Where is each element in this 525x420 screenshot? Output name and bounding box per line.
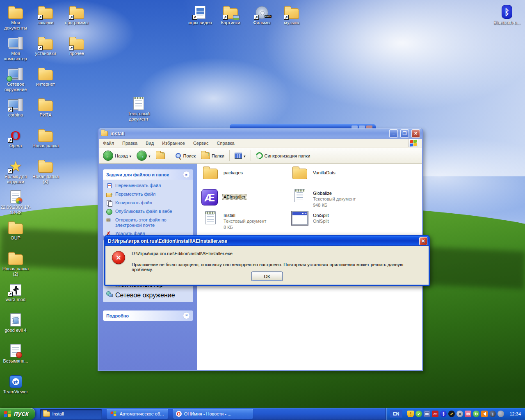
forward-button[interactable] — [135, 149, 152, 162]
file-size: 8 КБ — [224, 225, 233, 230]
bluetooth-icon — [502, 5, 512, 19]
file-vanilladats[interactable]: VanillaDats — [291, 169, 336, 179]
file-onisplit[interactable]: OniSplitOniSplit — [291, 211, 329, 225]
explorer-titlebar[interactable]: install – ❐ ✕ — [99, 128, 422, 139]
task-move-file[interactable]: Переместить файл — [106, 192, 192, 197]
maximize-button[interactable]: ❐ — [400, 129, 409, 138]
desktop-icon-media-file[interactable]: 22.09.2009 17-18-32 — [0, 188, 31, 215]
chevron-down-icon[interactable]: « — [183, 312, 190, 319]
desktop-icon-new-folder-2[interactable]: Новая папка (2) — [0, 249, 31, 276]
menu-view[interactable]: Вид — [146, 141, 154, 146]
desktop-icon-igry-video[interactable]: игры видео — [185, 3, 215, 25]
menu-edit[interactable]: Правка — [122, 141, 137, 146]
desktop-icon-ustanovki[interactable]: установки — [30, 34, 61, 56]
windows-update-icon — [110, 411, 116, 417]
desktop-icon-filmy[interactable]: Фильмы — [247, 3, 277, 25]
language-indicator[interactable]: EN — [390, 410, 402, 418]
volume-icon[interactable] — [481, 411, 488, 417]
window-title: install — [110, 131, 387, 137]
taskbar-item-auto-update[interactable]: Автоматическое об... — [107, 409, 168, 419]
desktop-icon-network-places[interactable]: Сетевое окружение — [0, 65, 31, 92]
folder-icon — [8, 224, 23, 234]
clock[interactable]: 12:34 — [509, 411, 521, 416]
desktop-icon-war3-mod[interactable]: war3 mod — [0, 280, 31, 302]
security-shield-icon[interactable]: ! — [407, 411, 414, 417]
folder-icon — [43, 411, 50, 417]
task-publish-file[interactable]: Опубликовать файл в вебе — [106, 209, 192, 215]
desktop-icon-game-shortcut[interactable]: Ярлык для игрушки — [0, 157, 31, 184]
menu-help[interactable]: Справка — [217, 141, 235, 146]
file-install[interactable]: InstallТекстовый документ8 КБ — [201, 211, 266, 230]
file-aeinstaller[interactable]: AEInstaller — [201, 189, 246, 205]
file-packages[interactable]: packages — [201, 169, 243, 179]
bluetooth-tray-icon[interactable] — [440, 411, 447, 417]
up-button[interactable] — [154, 151, 167, 160]
shortcut-arrow-icon — [69, 15, 74, 20]
minimize-button[interactable]: – — [389, 129, 398, 138]
desktop-icon-label: Новая папка — [30, 143, 61, 148]
toolbar-separator — [229, 150, 230, 161]
desktop-icon-label: Новая папка (3) — [30, 174, 61, 184]
taskbar: пуск install Автоматическое об... OОНИми… — [0, 408, 525, 420]
details-header[interactable]: Подробно« — [103, 310, 193, 321]
copy-icon — [106, 200, 113, 206]
desktop-icon-new-folder-3[interactable]: Новая папка (3) — [30, 157, 61, 184]
desktop-icon-bezymyann[interactable]: Безымянн... — [0, 342, 31, 364]
task-copy-file[interactable]: Копировать файл — [106, 200, 192, 206]
display-settings-icon[interactable] — [424, 411, 430, 417]
dialog-titlebar[interactable]: D:\Игры\игра oni.rus\Edition\install\AEI… — [105, 236, 429, 246]
messenger-icon[interactable] — [489, 411, 496, 417]
desktop-icon-internet[interactable]: интернет — [30, 65, 61, 87]
power-icon[interactable] — [448, 411, 455, 417]
file-tasks-header[interactable]: Задачи для файлов и папок« — [103, 169, 193, 180]
desktop-icon-programmy[interactable]: программы — [62, 3, 92, 25]
desktop-icon-rita[interactable]: РИТА — [30, 96, 61, 118]
file-type: OniSplit — [313, 219, 329, 224]
desktop-icon-muzyka[interactable]: музыка — [276, 3, 307, 25]
desktop-icon-my-documents[interactable]: Мои документы — [0, 3, 31, 30]
place-network[interactable]: Сетевое окружение — [106, 291, 192, 299]
notepad-document-icon — [294, 189, 305, 202]
desktop-icon-teamviewer[interactable]: TeamViewer — [0, 372, 31, 395]
sync-button[interactable]: Синхронизация папки — [254, 151, 312, 160]
menu-tools[interactable]: Сервис — [193, 141, 209, 146]
desktop-icon-kartinki[interactable]: Картинки — [215, 3, 246, 25]
menu-file[interactable]: Файл — [103, 141, 114, 146]
desktop-icon-text-document[interactable]: Текстовый документ — [123, 94, 154, 121]
task-email-file[interactable]: Отправить этот файл по электронной почте — [106, 217, 192, 228]
desktop-icon-corbina[interactable]: corbina — [0, 96, 31, 118]
desktop-icon-zakachki[interactable]: закачки — [30, 3, 61, 25]
desktop-icon-bluetooth[interactable]: Bluetooth-о... — [492, 3, 522, 25]
back-button[interactable]: Назад — [101, 149, 133, 162]
dialog-path: D:\Игры\игра oni.rus\Edition\install\AEI… — [132, 251, 422, 256]
antivirus-icon[interactable]: ✓ — [415, 411, 422, 417]
task-rename-file[interactable]: Переименовать файл — [106, 183, 192, 189]
start-button[interactable]: пуск — [0, 408, 35, 420]
shortcut-arrow-icon — [38, 46, 43, 50]
search-button[interactable]: Поиск — [173, 151, 197, 160]
scheduler-icon[interactable] — [457, 411, 463, 417]
move-icon — [106, 192, 113, 197]
ati-icon[interactable] — [432, 411, 438, 417]
desktop-icon-opera[interactable]: Opera — [0, 126, 31, 148]
menu-favorites[interactable]: Избранное — [162, 141, 185, 146]
desktop-icon-my-computer[interactable]: Мой компьютер — [0, 34, 31, 61]
hidden-icons-icon[interactable] — [498, 411, 504, 417]
desktop-icon-prochee[interactable]: прочее — [62, 34, 92, 56]
taskbar-item-install[interactable]: install — [40, 409, 102, 419]
taskbar-item-opera[interactable]: OОНИмия - Новости - ... — [173, 409, 253, 419]
folders-button[interactable]: Папки — [199, 151, 226, 160]
desktop-icon-oup[interactable]: OUP — [0, 219, 31, 241]
ok-button[interactable]: ОК — [251, 272, 283, 281]
views-button[interactable] — [233, 151, 247, 160]
mail-icon[interactable] — [465, 411, 471, 417]
close-button[interactable]: ✕ — [411, 129, 420, 138]
desktop-icon-new-folder[interactable]: Новая папка — [30, 126, 61, 148]
taskbar-item-label: ОНИмия - Новости - ... — [184, 411, 231, 416]
desktop-icon-good-evil-4[interactable]: good evil 4 — [0, 311, 31, 333]
chevron-up-icon[interactable]: « — [183, 171, 190, 178]
dialog-close-button[interactable]: ✕ — [419, 237, 427, 245]
update-icon[interactable] — [473, 411, 479, 417]
desktop-icon-label: Ярлык для игрушки — [0, 174, 31, 184]
file-globalize[interactable]: GlobalizeТекстовый документ948 КБ — [291, 189, 356, 208]
